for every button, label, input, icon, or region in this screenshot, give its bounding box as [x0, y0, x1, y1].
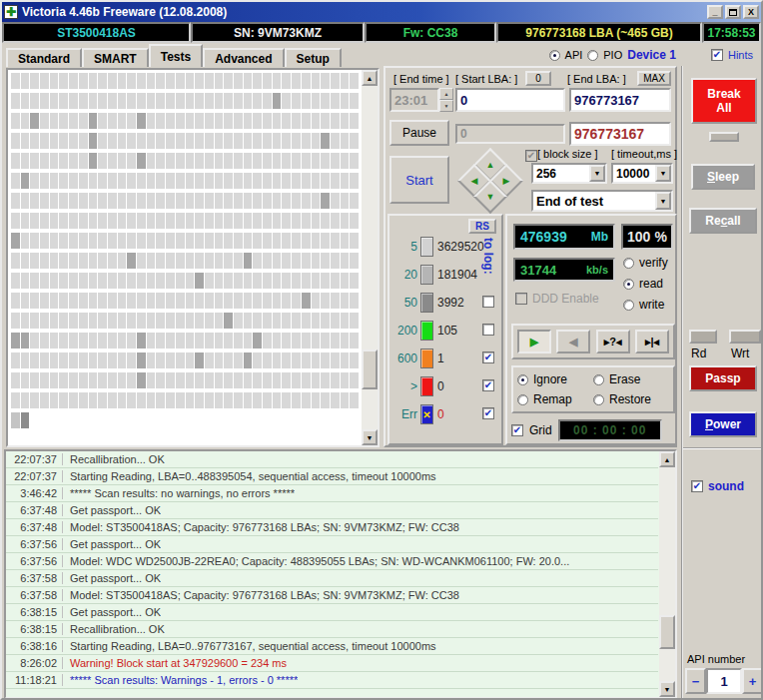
scan-block: [176, 372, 185, 388]
end-of-test-dropdown[interactable]: End of test ▼: [531, 190, 673, 212]
log-row: 22:07:37Recallibration... OK: [6, 451, 658, 468]
pio-radio[interactable]: [587, 50, 598, 61]
counter-log-checkbox[interactable]: ✔: [482, 407, 494, 419]
grid-checkbox[interactable]: ✔: [511, 424, 523, 436]
end-time-spinner[interactable]: 23:01: [389, 88, 439, 112]
play-button[interactable]: ▶: [517, 330, 551, 353]
scan-block: [59, 273, 68, 289]
sound-checkbox[interactable]: ✔: [691, 480, 703, 492]
restore-radio[interactable]: [593, 394, 604, 405]
log-scrollbar[interactable]: ▲ ▼: [659, 451, 675, 697]
minimize-button[interactable]: _: [707, 5, 723, 19]
counter-log-checkbox[interactable]: [482, 296, 494, 308]
timeout-dropdown[interactable]: 10000 ▼: [611, 163, 673, 184]
close-button[interactable]: X: [743, 5, 759, 19]
scan-block: [118, 372, 127, 388]
scan-block: [186, 153, 195, 169]
scan-block: [312, 93, 321, 109]
write-radio[interactable]: [623, 300, 634, 311]
power-button[interactable]: Power: [689, 411, 757, 437]
start-lba-input[interactable]: 0: [455, 88, 565, 112]
erase-radio[interactable]: [593, 374, 604, 385]
remap-radio[interactable]: [517, 394, 528, 405]
api-minus-button[interactable]: −: [685, 668, 706, 694]
scan-block: [59, 113, 68, 129]
api-radio[interactable]: [549, 50, 560, 61]
scan-block: [331, 213, 340, 229]
passp-button[interactable]: Passp: [689, 365, 757, 391]
scan-block: [156, 73, 165, 89]
spin-down-icon[interactable]: ▼: [439, 100, 453, 112]
scroll-down-icon[interactable]: ▼: [362, 429, 378, 445]
scroll-thumb[interactable]: [659, 615, 675, 649]
scan-block: [205, 392, 214, 408]
block-size-dropdown[interactable]: 256 ▼: [531, 163, 607, 184]
back-button[interactable]: ◀: [556, 330, 590, 353]
api-number-value[interactable]: 1: [706, 668, 742, 694]
scroll-thumb[interactable]: [362, 350, 378, 389]
scan-block: [11, 113, 20, 129]
scan-block: [292, 313, 301, 329]
scan-block: [350, 333, 359, 349]
sleep-button[interactable]: Sleep: [691, 164, 755, 190]
end-lba-field2[interactable]: 976773167: [569, 122, 671, 146]
read-radio[interactable]: [623, 279, 634, 290]
chevron-down-icon[interactable]: ▼: [589, 165, 605, 182]
ddd-enable-checkbox[interactable]: [515, 293, 527, 305]
tab-smart[interactable]: SMART: [82, 48, 149, 67]
media-controls: ▶ ◀ ▸?◂ ▸|◂: [511, 324, 675, 359]
zero-lba-button[interactable]: 0: [525, 71, 551, 86]
tab-tests[interactable]: Tests: [149, 44, 203, 67]
scan-block: [341, 293, 350, 309]
counter-row-err: Err✕0: [391, 403, 444, 425]
counter-log-checkbox[interactable]: [482, 324, 494, 336]
scroll-down-icon[interactable]: ▼: [659, 681, 675, 697]
break-all-button[interactable]: Break All: [691, 78, 757, 124]
skip-end-button[interactable]: ▸|◂: [635, 330, 669, 353]
tab-advanced[interactable]: Advanced: [203, 48, 284, 67]
scan-block: [234, 352, 243, 368]
log-row: 6:38:16Starting Reading, LBA=0..97677316…: [6, 638, 658, 655]
pause-button[interactable]: Pause: [389, 120, 449, 146]
scan-block: [205, 73, 214, 89]
scan-block: [176, 392, 185, 408]
scan-block: [273, 392, 282, 408]
scan-block: [79, 273, 88, 289]
scan-grid-scrollbar[interactable]: ▲ ▼: [362, 70, 378, 445]
loop-checkbox[interactable]: ✔: [525, 150, 537, 162]
scan-block: [11, 412, 20, 428]
verify-radio[interactable]: [623, 258, 634, 269]
seek-error-button[interactable]: ▸?◂: [596, 330, 630, 353]
scroll-up-icon[interactable]: ▲: [659, 451, 675, 467]
chevron-down-icon[interactable]: ▼: [655, 165, 671, 182]
scan-block: [186, 193, 195, 209]
scan-block: [244, 173, 253, 189]
end-lba-input[interactable]: 976773167: [569, 88, 671, 112]
restore-button[interactable]: [725, 5, 741, 19]
end-lba-label: [ End LBA: ]: [567, 73, 626, 85]
end-time-spin-buttons[interactable]: ▲▼: [439, 88, 453, 112]
start-button[interactable]: Start: [389, 156, 449, 204]
defect-action-radios: IgnoreEraseRemapRestore: [511, 365, 675, 413]
counter-log-checkbox[interactable]: ✔: [482, 379, 494, 391]
scan-block: [350, 273, 359, 289]
tab-setup[interactable]: Setup: [285, 48, 342, 67]
scan-block: [118, 93, 127, 109]
scan-block: [244, 193, 253, 209]
scan-block: [302, 372, 311, 388]
tab-standard[interactable]: Standard: [6, 48, 82, 67]
mode-radios: verifyreadwrite: [623, 256, 668, 312]
scan-block: [21, 273, 30, 289]
recall-button[interactable]: Recall: [689, 208, 757, 234]
scan-block: [341, 73, 350, 89]
chevron-down-icon[interactable]: ▼: [655, 192, 671, 210]
spin-up-icon[interactable]: ▲: [439, 88, 453, 100]
counter-log-checkbox[interactable]: ✔: [482, 351, 494, 363]
scroll-up-icon[interactable]: ▲: [362, 70, 378, 86]
hints-checkbox[interactable]: ✔: [711, 49, 723, 61]
scan-block: [69, 352, 78, 368]
ignore-radio[interactable]: [517, 374, 528, 385]
api-plus-button[interactable]: +: [742, 668, 763, 694]
max-lba-button[interactable]: MAX: [637, 71, 671, 86]
rs-button[interactable]: RS: [468, 219, 496, 234]
